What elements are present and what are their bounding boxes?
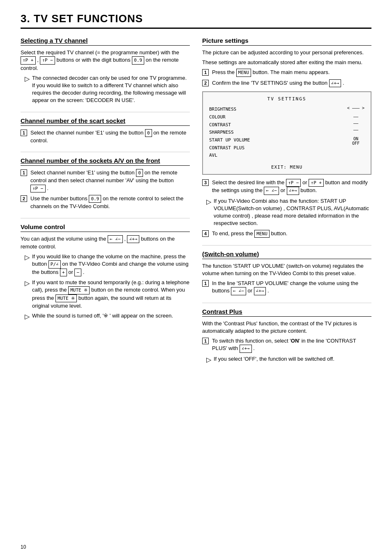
btn-09: 0.9: [132, 56, 144, 64]
btn-vol-up-s: ∠+→: [254, 287, 266, 295]
selecting-note-text: The connected decoder can only be used f…: [32, 74, 190, 104]
btn-tp-plus-p: ↑P +: [309, 179, 324, 187]
btn-tp-minus: ↑P −: [40, 56, 55, 64]
section-selecting: Selecting a TV channel Select the requir…: [21, 37, 190, 104]
av-step2: 2 Use the number buttons 0.9 on the remo…: [21, 195, 190, 211]
tv-settings-body: BRIGHTNESS COLOUR CONTRAST SHARPNESS STA…: [209, 106, 364, 160]
btn-confirm: ∠+→: [329, 79, 341, 87]
left-column: Selecting a TV channel Select the requir…: [21, 37, 190, 371]
av-step1-content: Select channel number 'E1' using the but…: [30, 169, 190, 192]
btn-0-av: 0: [136, 169, 143, 177]
picture-step4: 4 To end, press the MENU button.: [202, 230, 371, 238]
btn-menu-1: MENU: [236, 69, 251, 76]
volume-note2: ▷ If you want to mute the sound temporar…: [25, 279, 190, 310]
btn-p-vol: P/∠: [48, 260, 61, 268]
picture-step1-content: Press the MENU button. The main menu app…: [212, 69, 371, 76]
tv-settings-menu: BRIGHTNESS COLOUR CONTRAST SHARPNESS STA…: [209, 106, 250, 160]
volume-note1: ▷ If you would like to change the volume…: [25, 253, 190, 276]
note-arrow-icon: ▷: [25, 253, 30, 261]
btn-vol-down-s: ← ∠−: [231, 287, 246, 295]
note-arrow-icon: ▷: [25, 75, 30, 83]
step-number: 1: [202, 280, 209, 287]
picture-step2-content: Confirm the line 'TV SETTINGS' using the…: [212, 79, 371, 87]
picture-note-text: If you TV-Video Combi also has the funct…: [214, 197, 371, 227]
picture-step3-content: Select the desired line with the ↑P − or…: [212, 179, 371, 195]
step-number: 1: [202, 69, 209, 76]
tv-settings-exit: EXIT: MENU: [209, 165, 364, 170]
av-step2-content: Use the number buttons 0.9 on the remote…: [30, 195, 190, 211]
btn-tp-plus: ↑P +: [21, 56, 36, 64]
picture-title: Picture settings: [202, 37, 371, 46]
selecting-note: ▷ The connected decoder can only be used…: [25, 74, 190, 104]
step-number: 2: [202, 80, 209, 86]
btn-plus: +: [60, 269, 67, 276]
switchon-p1: The function 'START UP VOLUME' (switch-o…: [202, 262, 371, 277]
btn-mute1: MUTE ※: [68, 286, 90, 294]
btn-0-scart: 0: [145, 129, 152, 137]
step-number: 1: [202, 338, 209, 344]
slider-lines: —— —— ——: [353, 114, 358, 133]
contrast-p1: With the 'Contrast Plus' function, the c…: [202, 320, 371, 335]
section-scart: Channel number of the scart socket 1 Sel…: [21, 117, 190, 145]
menu-item-contrast-plus: CONTRAST PLUS: [209, 144, 250, 152]
btn-tp-minus-av: ↑P −: [30, 185, 46, 192]
menu-item-startup-volume: START UP VOLUME: [209, 137, 250, 144]
menu-item-sharpness: SHARPNESS: [209, 129, 250, 137]
picture-step2: 2 Confirm the line 'TV SETTINGS' using t…: [202, 79, 371, 87]
btn-mute2: MUTE ※: [55, 294, 77, 302]
av-step1: 1 Select channel number 'E1' using the b…: [21, 169, 190, 192]
section-switchon: (Switch-on volume) The function 'START U…: [202, 250, 371, 295]
contrast-note-text: If you select 'OFF', the function will b…: [214, 355, 334, 363]
menu-item-brightness: BRIGHTNESS: [209, 106, 250, 114]
note-arrow-icon: ▷: [25, 313, 30, 320]
volume-note3: ▷ While the sound is turned off, '※ ' wi…: [25, 312, 190, 320]
picture-step4-content: To end, press the MENU button.: [212, 230, 371, 238]
section-av: Channel number of the sockets A/V on the…: [21, 157, 190, 211]
step-number: 1: [21, 130, 27, 136]
contrast-title: Contrast Plus: [202, 308, 371, 317]
menu-item-contrast: CONTRAST: [209, 121, 250, 129]
on-off-indicator: ON OFF: [352, 137, 360, 146]
step-number: 1: [21, 169, 27, 176]
contrast-note: ▷ If you select 'OFF', the function will…: [206, 355, 371, 364]
scart-step1-content: Select the channel number 'E1' using the…: [30, 129, 190, 145]
switchon-title: (Switch-on volume): [202, 250, 371, 259]
btn-minus: −: [74, 269, 81, 276]
volume-note2-text: If you want to mute the sound temporaril…: [32, 279, 190, 310]
volume-para: You can adjust the volume using the ← ∠−…: [21, 235, 190, 251]
volume-note1-text: If you would like to change the volume o…: [32, 253, 190, 276]
note-arrow-icon: ▷: [25, 279, 30, 287]
btn-09-av: 0.9: [89, 195, 101, 203]
picture-note: ▷ If you TV-Video Combi also has the fun…: [206, 197, 371, 227]
picture-p2: These settings are automatically stored …: [202, 59, 371, 66]
volume-note3-text: While the sound is turned off, '※ ' will…: [32, 312, 173, 320]
av-title: Channel number of the sockets A/V on the…: [21, 157, 190, 166]
volume-title: Volume control: [21, 223, 190, 232]
scart-title: Channel number of the scart socket: [21, 117, 190, 126]
slider-brightness: < ——— >: [347, 106, 364, 110]
picture-step1: 1 Press the MENU button. The main menu a…: [202, 69, 371, 76]
step-number: 4: [202, 230, 209, 237]
switchon-step1-content: In the line 'START UP VOLUME' change the…: [212, 280, 371, 295]
selecting-title: Selecting a TV channel: [21, 37, 190, 46]
contrast-step1-content: To switch this function on, select 'ON' …: [212, 337, 371, 353]
btn-vol-up-p: ∠+→: [287, 187, 299, 195]
step-number: 3: [202, 179, 209, 186]
picture-p1: The picture can be adjusted according to…: [202, 49, 371, 56]
section-picture: Picture settings The picture can be adju…: [202, 37, 371, 238]
page-number: 10: [21, 544, 26, 550]
section-volume: Volume control You can adjust the volume…: [21, 223, 190, 321]
tv-settings-title: TV SETTINGS: [209, 96, 364, 102]
section-contrast: Contrast Plus With the 'Contrast Plus' f…: [202, 308, 371, 364]
note-arrow-icon: ▷: [206, 198, 211, 206]
btn-vol-down-p: ← ∠−: [264, 187, 279, 195]
btn-menu-end: MENU: [254, 230, 270, 238]
note-arrow-icon: ▷: [206, 356, 211, 364]
btn-vol-up: ∠+→: [127, 235, 139, 243]
right-column: Picture settings The picture can be adju…: [202, 37, 371, 371]
switchon-step1: 1 In the line 'START UP VOLUME' change t…: [202, 280, 371, 295]
btn-tp-minus-p: ↑P −: [286, 179, 301, 187]
btn-confirm-c: ∠+→: [240, 345, 252, 352]
btn-vol-down: ← ∠−: [108, 235, 123, 243]
page-title: 3. TV SET FUNCTIONS: [21, 12, 371, 29]
